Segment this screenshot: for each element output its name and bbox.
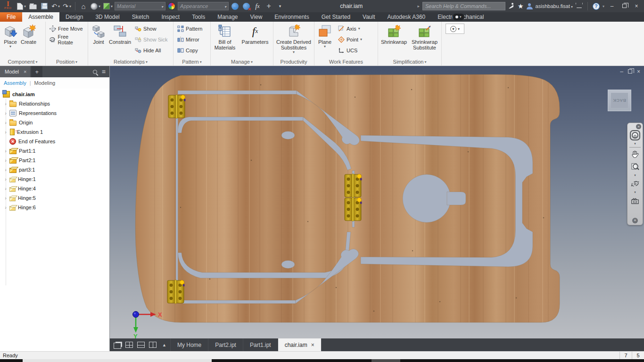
expander-icon[interactable]: › (3, 167, 8, 173)
place-button[interactable]: Place ▾ (1, 23, 19, 58)
add-icon[interactable]: + (264, 1, 274, 11)
plane-button[interactable]: Plane ▾ (316, 23, 334, 58)
user-icon[interactable] (527, 3, 533, 9)
tree-item[interactable]: › Representations (0, 108, 109, 118)
clear-appearance-icon[interactable] (241, 1, 251, 11)
help-icon[interactable]: ? (593, 3, 600, 10)
panel-label-simplification[interactable]: Simplification (378, 58, 441, 66)
tree-item[interactable]: › Part2:1 (0, 156, 109, 165)
panel-label-manage[interactable]: Manage (211, 58, 273, 66)
expander-icon[interactable]: › (3, 157, 8, 163)
expand-tabs-icon[interactable]: ▲ (162, 343, 166, 347)
toolbar-overflow-icon[interactable]: ▾ (275, 1, 285, 11)
add-browser-tab-button[interactable]: + (31, 66, 42, 77)
tree-item[interactable]: chair.iam (0, 90, 109, 99)
zoom-dropdown-icon[interactable]: ▾ (634, 173, 636, 178)
ribbon-tab[interactable]: Tools (186, 12, 211, 22)
navbar-menu-icon[interactable]: ≡ (632, 218, 638, 223)
create-derived-substitutes-button[interactable]: Create Derived Substitutes ▾ (275, 23, 313, 58)
user-name[interactable]: asishbabu.fisat (536, 3, 573, 9)
open-icon[interactable] (28, 1, 38, 11)
appearance-swatch-icon[interactable] (102, 1, 114, 11)
modeling-mode-link[interactable]: Modeling (34, 80, 56, 86)
inventor-logo[interactable]: I PRO (0, 0, 16, 12)
material-dropdown[interactable]: Material (115, 2, 165, 10)
search-input[interactable] (422, 2, 505, 10)
tree-item[interactable]: › Hinge:4 (0, 184, 109, 193)
tree-item[interactable]: › Extrusion 1 (0, 127, 109, 137)
panel-label-work-features[interactable]: Work Features (314, 58, 378, 66)
constrain-button[interactable]: Constrain (107, 23, 132, 58)
orbit-dropdown-icon[interactable]: ▾ (634, 190, 636, 195)
panel-label-component[interactable]: Component (0, 58, 45, 66)
save-icon[interactable] (39, 1, 50, 11)
document-tab[interactable]: Part2.ipt × (208, 338, 243, 351)
axis-button[interactable]: Axis ▾ (336, 24, 364, 33)
cascade-windows-icon[interactable] (114, 343, 121, 349)
create-button[interactable]: Create (19, 23, 38, 58)
pattern-button[interactable]: Pattern (175, 24, 204, 33)
doc-restore-button[interactable] (628, 68, 632, 75)
ribbon-options-button[interactable] (453, 14, 464, 20)
search-expand-icon[interactable]: ▸ (417, 4, 420, 8)
look-at-icon[interactable] (629, 195, 641, 207)
ribbon-tab[interactable]: Environments (268, 12, 315, 22)
help-dropdown-icon[interactable]: ▾ (603, 4, 604, 8)
restore-button[interactable] (619, 3, 629, 9)
ribbon-tab[interactable]: Design (59, 12, 89, 22)
ribbon-tab[interactable]: Manage (211, 12, 244, 22)
expander-icon[interactable]: › (3, 129, 8, 135)
hide-all-button[interactable]: Hide All (132, 45, 169, 55)
chair-model[interactable]: X Y (110, 66, 644, 338)
assembly-mode-link[interactable]: Assembly (4, 80, 26, 86)
expander-icon[interactable]: › (3, 101, 8, 107)
view-cube[interactable]: BACK (608, 90, 631, 111)
redo-icon[interactable]: ↷ (62, 1, 72, 11)
orbit-icon[interactable] (629, 178, 641, 190)
viewport-3d[interactable]: – × (110, 66, 644, 338)
appearance-dropdown[interactable]: Appearance (178, 2, 229, 10)
document-tab[interactable]: chair.iam × (278, 338, 322, 351)
doc-close-button[interactable]: × (637, 68, 640, 75)
expander-icon[interactable]: › (3, 205, 8, 210)
tree-item[interactable]: › Hinge:5 (0, 193, 109, 203)
render-icon[interactable] (90, 1, 101, 11)
horizontal-tile-icon[interactable] (137, 342, 145, 348)
new-file-icon[interactable] (16, 1, 27, 11)
bill-of-materials-button[interactable]: Bill of Materials (213, 23, 237, 58)
ucs-button[interactable]: UCS (336, 45, 364, 55)
home-icon[interactable]: ⌂ (78, 1, 89, 11)
tree-item[interactable]: › Relationships (0, 99, 109, 108)
tree-item[interactable]: › Part1:1 (0, 146, 109, 156)
ribbon-tab[interactable]: File (0, 12, 22, 22)
shrinkwrap-button[interactable]: Shrinkwrap (380, 23, 408, 58)
panel-label-pattern[interactable]: Pattern (173, 58, 210, 66)
adjust-appearance-icon[interactable] (230, 1, 240, 11)
expander-icon[interactable]: › (3, 120, 8, 125)
tree-item[interactable]: › Origin (0, 118, 109, 127)
minimize-button[interactable]: – (607, 3, 617, 9)
navigation-wheel-icon[interactable] (629, 129, 641, 141)
tree-item[interactable]: › Hinge:6 (0, 203, 109, 212)
close-navbar-icon[interactable]: × (636, 124, 641, 129)
zoom-icon[interactable] (629, 161, 641, 173)
ribbon-tab[interactable]: Get Started (315, 12, 356, 22)
document-tab[interactable]: Part1.ipt × (243, 338, 278, 351)
ribbon-tab[interactable]: Vault (356, 12, 381, 22)
mirror-button[interactable]: Mirror (175, 34, 204, 44)
doc-minimize-button[interactable]: – (620, 68, 623, 75)
copy-button[interactable]: Copy (175, 45, 204, 55)
browser-search-icon[interactable] (93, 70, 97, 74)
expander-icon[interactable]: › (3, 148, 8, 154)
color-wheel-icon[interactable] (166, 1, 177, 11)
shrinkwrap-substitute-button[interactable]: Shrinkwrap Substitute (409, 23, 440, 58)
expander-icon[interactable]: › (3, 195, 8, 201)
expander-icon[interactable]: › (3, 176, 8, 182)
collapse-ribbon-button[interactable]: ▼ (446, 24, 464, 34)
joint-button[interactable]: Joint (90, 23, 107, 58)
satellite-icon[interactable] (508, 3, 515, 9)
parameters-button[interactable]: fx Parameters (239, 23, 271, 58)
tile-windows-icon[interactable] (125, 342, 133, 348)
vertical-tile-icon[interactable] (149, 342, 157, 348)
browser-menu-icon[interactable]: ≡ (102, 68, 106, 75)
